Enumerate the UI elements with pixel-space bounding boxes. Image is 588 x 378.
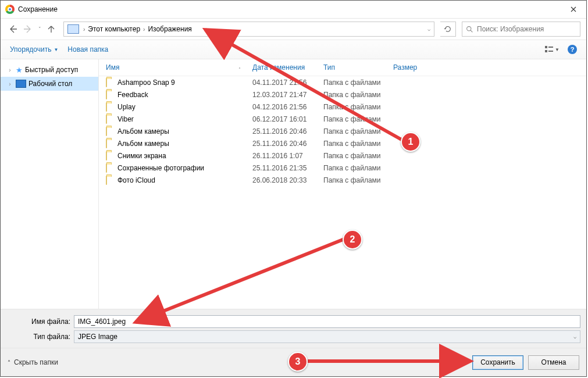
column-name[interactable]: Имя ˄ [106, 63, 252, 72]
table-row[interactable]: Uplay04.12.2016 21:56Папка с файлами [99, 101, 586, 113]
navigation-bar: ˅ › Этот компьютер › Изображения ⌵ Поиск… [1, 19, 586, 40]
folder-icon [106, 151, 107, 161]
chevron-down-icon: ▼ [54, 47, 58, 52]
table-row[interactable]: Альбом камеры25.11.2016 20:46Папка с фай… [99, 125, 586, 137]
column-headers: Имя ˄ Дата изменения Тип Размер [99, 59, 586, 76]
desktop-icon [16, 80, 26, 88]
cell-type: Папка с файлами [323, 127, 411, 135]
filename-label: Имя файла: [6, 318, 74, 326]
sidebar: › ★ Быстрый доступ › Рабочий стол [1, 59, 99, 309]
recent-locations-dropdown[interactable]: ˅ [37, 26, 42, 32]
help-button[interactable]: ? [568, 45, 577, 54]
search-icon [466, 26, 473, 33]
cell-type: Папка с файлами [323, 152, 411, 160]
cell-date: 25.11.2016 20:46 [252, 140, 323, 148]
cell-name: Снимки экрана [117, 152, 252, 160]
close-button[interactable] [560, 1, 586, 18]
arrow-up-icon [47, 24, 56, 34]
new-folder-label: Новая папка [67, 45, 108, 54]
table-row[interactable]: Фото iCloud26.06.2018 20:33Папка с файла… [99, 174, 586, 186]
table-row[interactable]: Viber06.12.2017 16:01Папка с файлами [99, 113, 586, 125]
title-bar: Сохранение [1, 1, 586, 19]
window-title: Сохранение [18, 5, 560, 13]
cell-name: Viber [117, 115, 252, 123]
table-row[interactable]: Снимки экрана26.11.2016 1:07Папка с файл… [99, 149, 586, 162]
sidebar-item-desktop[interactable]: › Рабочий стол [1, 77, 98, 91]
toolbar: Упорядочить ▼ Новая папка ▼ ? [1, 40, 586, 59]
column-modified[interactable]: Дата изменения [252, 63, 323, 72]
column-size[interactable]: Размер [393, 63, 451, 72]
chevron-right-icon: › [141, 26, 147, 33]
chevron-up-icon: ˄ [8, 359, 10, 366]
back-button[interactable] [6, 23, 19, 35]
hide-folders-label: Скрыть папки [14, 358, 58, 366]
svg-point-0 [467, 26, 471, 30]
hide-folders-button[interactable]: ˄ Скрыть папки [8, 358, 58, 366]
view-icon [544, 45, 554, 54]
chevron-down-icon: ⌵ [573, 334, 576, 340]
svg-rect-4 [548, 51, 553, 52]
cell-date: 25.11.2016 21:35 [252, 164, 323, 172]
search-input[interactable]: Поиск: Изображения [462, 22, 580, 37]
cell-type: Папка с файлами [323, 164, 411, 172]
cell-name: Сохраненные фотографии [117, 164, 252, 172]
filetype-value: JPEG Image [78, 333, 117, 341]
folder-icon [106, 78, 107, 87]
svg-rect-1 [545, 46, 547, 48]
organize-button[interactable]: Упорядочить ▼ [6, 43, 62, 56]
sidebar-item-label: Быстрый доступ [25, 66, 78, 74]
up-button[interactable] [45, 23, 58, 35]
chrome-icon [5, 5, 15, 14]
file-list-pane: Имя ˄ Дата изменения Тип Размер Ashampoo… [99, 59, 586, 309]
cell-date: 04.11.2017 21:56 [252, 79, 323, 87]
cell-date: 26.11.2016 1:07 [252, 152, 323, 160]
cancel-button-label: Отмена [541, 358, 566, 366]
cell-name: Ashampoo Snap 9 [117, 79, 252, 87]
folder-icon [106, 127, 107, 136]
forward-button[interactable] [22, 23, 34, 35]
cell-name: Uplay [117, 103, 252, 111]
cell-type: Папка с файлами [323, 79, 411, 87]
column-type[interactable]: Тип [323, 63, 393, 72]
cell-name: Feedback [117, 91, 252, 99]
cell-date: 26.06.2018 20:33 [252, 176, 323, 184]
view-options-button[interactable]: ▼ [544, 45, 561, 54]
chevron-right-icon[interactable]: › [6, 67, 13, 73]
table-row[interactable]: Сохраненные фотографии25.11.2016 21:35Па… [99, 162, 586, 174]
chevron-down-icon: ▼ [555, 47, 560, 52]
cell-type: Папка с файлами [323, 140, 411, 148]
refresh-button[interactable] [440, 22, 456, 37]
address-bar[interactable]: › Этот компьютер › Изображения ⌵ [63, 22, 434, 37]
folder-icon [106, 102, 107, 112]
breadcrumb-root[interactable]: Этот компьютер [87, 25, 141, 33]
arrow-left-icon [8, 24, 17, 34]
table-row[interactable]: Ashampoo Snap 904.11.2017 21:56Папка с ф… [99, 76, 586, 88]
breadcrumb-current[interactable]: Изображения [147, 25, 193, 33]
action-bar: ˄ Скрыть папки Сохранить Отмена [1, 348, 586, 376]
svg-rect-2 [545, 50, 547, 52]
sidebar-item-label: Рабочий стол [28, 80, 72, 88]
cell-type: Папка с файлами [323, 91, 411, 99]
search-placeholder: Поиск: Изображения [477, 25, 544, 33]
save-button[interactable]: Сохранить [472, 355, 523, 370]
new-folder-button[interactable]: Новая папка [64, 43, 112, 56]
chevron-down-icon[interactable]: ⌵ [427, 26, 430, 32]
filename-input[interactable] [74, 315, 580, 328]
sort-indicator-icon: ˄ [238, 67, 241, 72]
filetype-label: Тип файла: [6, 333, 74, 341]
cancel-button[interactable]: Отмена [528, 355, 579, 370]
arrow-right-icon [23, 24, 33, 34]
folder-icon [106, 139, 107, 148]
cell-type: Папка с файлами [323, 115, 411, 123]
folder-icon [106, 90, 107, 99]
folder-icon [106, 115, 107, 124]
file-rows: Ashampoo Snap 904.11.2017 21:56Папка с ф… [99, 76, 586, 186]
sidebar-item-quick-access[interactable]: › ★ Быстрый доступ [1, 63, 98, 77]
cell-date: 12.03.2017 21:47 [252, 91, 323, 99]
table-row[interactable]: Альбом камеры25.11.2016 20:46Папка с фай… [99, 137, 586, 149]
cell-date: 06.12.2017 16:01 [252, 115, 323, 123]
table-row[interactable]: Feedback12.03.2017 21:47Папка с файлами [99, 88, 586, 101]
folder-icon [106, 176, 107, 185]
filetype-select[interactable]: JPEG Image ⌵ [74, 330, 580, 343]
chevron-right-icon[interactable]: › [6, 81, 13, 87]
